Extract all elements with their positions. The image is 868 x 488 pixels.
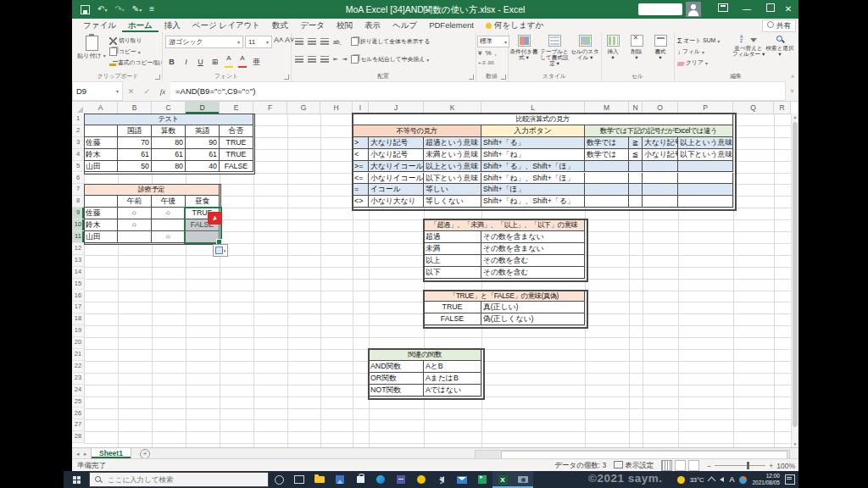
column-header-N[interactable]: N [629, 102, 643, 114]
autosum-button[interactable]: Σオート SUM ▾ [677, 36, 730, 46]
cell-M3[interactable]: 数学では [585, 137, 629, 149]
align-left-icon[interactable] [295, 56, 303, 63]
zoom-slider[interactable] [715, 465, 765, 466]
cell-L4[interactable]: Shift+「ね」 [481, 149, 585, 161]
cell-J3[interactable]: 大なり記号 [369, 137, 424, 149]
cell-J24[interactable]: NOT関数 [369, 385, 424, 396]
cell-B5[interactable]: 50 [118, 161, 152, 173]
share-button[interactable]: 共有 [762, 19, 796, 32]
row-header-26[interactable]: 26 [72, 408, 85, 420]
app-green-button[interactable] [472, 471, 492, 488]
cell-J7[interactable]: イコール [369, 184, 424, 196]
row-header-5[interactable]: 5 [72, 161, 85, 173]
cell-D8[interactable]: 昼食 [186, 196, 220, 208]
cell-B9[interactable]: ○ [118, 208, 152, 219]
cell-L3[interactable]: Shift+「る」 [481, 137, 585, 149]
cell-K10[interactable]: 「超過」、「未満」、「以上」、「以下」の意味 [424, 219, 585, 231]
cell-E5[interactable]: FALSE [220, 161, 253, 173]
row-header-15[interactable]: 15 [72, 279, 85, 291]
cell-L11[interactable]: その数を含まない [481, 231, 585, 243]
tell-me-box[interactable]: 何をしますか [480, 19, 549, 32]
cell-C4[interactable]: 61 [152, 149, 186, 161]
cell-C2[interactable]: 算数 [152, 125, 186, 137]
cell-K24[interactable]: Aではない [424, 385, 481, 396]
row-header-22[interactable]: 22 [72, 361, 85, 373]
zoom-level[interactable]: 100% [776, 462, 795, 470]
expand-formula-bar-icon[interactable]: ˅ [786, 81, 798, 101]
number-format-dropdown[interactable]: 標準▾ [477, 36, 509, 47]
column-header-G[interactable]: G [287, 102, 320, 114]
file-explorer-button[interactable] [309, 471, 330, 488]
percent-button[interactable]: % [485, 49, 491, 57]
cell-B10[interactable]: ○ [118, 219, 152, 231]
cell-I5[interactable]: >= [353, 161, 369, 173]
column-header-O[interactable]: O [643, 102, 678, 114]
cell-K6[interactable]: 以下という意味 [424, 173, 481, 185]
cell-P8[interactable] [678, 196, 733, 208]
column-header-H[interactable]: H [320, 102, 353, 114]
row-header-25[interactable]: 25 [72, 396, 85, 408]
currency-button[interactable]: ¥ [478, 49, 481, 57]
cell-K8[interactable]: 等しくない [424, 196, 481, 208]
start-button[interactable] [64, 471, 89, 488]
tray-expand-icon[interactable] [708, 476, 716, 485]
copy-button[interactable]: コピー ▾ [109, 47, 162, 57]
cell-A11[interactable]: 山田 [84, 231, 118, 243]
cell-L7[interactable]: Shift+「ほ」 [481, 184, 585, 196]
vertical-scrollbar[interactable]: ▲ ▼ [791, 114, 798, 447]
cell-A10[interactable]: 鈴木 [84, 219, 118, 231]
font-dialog-launcher[interactable] [284, 75, 289, 80]
tab-page-layout[interactable]: ページ レイアウト [186, 19, 266, 32]
align-center-icon[interactable] [308, 56, 316, 63]
recorder-button[interactable] [513, 471, 533, 488]
clipboard-dialog-launcher[interactable] [155, 75, 160, 80]
cell-B11[interactable] [118, 231, 152, 243]
merge-center-button[interactable]: セルを結合して中央揃え ▾ [351, 54, 429, 64]
row-header-9[interactable]: 9 [72, 208, 85, 219]
cell-P3[interactable]: 以上という意味 [678, 137, 733, 149]
cell-I3[interactable]: > [353, 137, 369, 149]
cell-M7[interactable] [585, 184, 629, 196]
mail-button[interactable] [452, 471, 472, 488]
cell-J4[interactable]: 小なり記号 [369, 149, 424, 161]
cell-N3[interactable]: ≧ [629, 137, 643, 149]
tab-review[interactable]: 校閲 [331, 19, 359, 32]
column-header-Q[interactable]: Q [733, 102, 774, 114]
cell-L5[interactable]: Shift+「る」、Shift+「ほ」 [481, 161, 585, 173]
column-header-F[interactable]: F [253, 102, 287, 114]
minimize-button[interactable]: — [737, 0, 757, 19]
excel-taskbar-button[interactable]: X [492, 471, 513, 488]
row-header-3[interactable]: 3 [72, 137, 85, 149]
cell-I4[interactable]: < [353, 149, 369, 161]
vertical-scrollbar-thumb[interactable] [793, 122, 798, 427]
cell-K14[interactable]: 以下 [424, 267, 481, 279]
audio-app-button[interactable] [431, 471, 452, 488]
cell-I6[interactable]: <= [353, 173, 369, 185]
cell-D4[interactable]: 61 [186, 149, 220, 161]
tab-data[interactable]: データ [294, 19, 331, 32]
cell-K18[interactable]: FALSE [424, 313, 481, 325]
taskbar-search-input[interactable] [106, 474, 245, 485]
row-header-7[interactable]: 7 [72, 184, 85, 196]
row-header-1[interactable]: 1 [72, 114, 85, 125]
cell-P4[interactable]: 以下という意味 [678, 149, 733, 161]
cell-K11[interactable]: 超過 [424, 231, 481, 243]
column-header-D[interactable]: D [186, 102, 220, 114]
row-header-24[interactable]: 24 [72, 385, 85, 396]
cell-C11[interactable]: ○ [152, 231, 186, 243]
fill-color-button[interactable]: A [225, 54, 233, 69]
cell-A2[interactable] [84, 125, 118, 137]
tray-app-icon[interactable] [739, 476, 747, 484]
cell-B4[interactable]: 61 [118, 149, 152, 161]
name-box[interactable]: D9▾ [72, 81, 123, 101]
cell-O6[interactable] [643, 173, 678, 185]
row-header-20[interactable]: 20 [72, 337, 85, 349]
cell-I1[interactable]: 比較演算式の見方 [353, 114, 733, 125]
cell-B8[interactable]: 午前 [118, 196, 152, 208]
cell-K7[interactable]: 等しい [424, 184, 481, 196]
photos-button[interactable] [330, 471, 350, 488]
taskbar-search[interactable] [89, 472, 269, 487]
view-normal-button[interactable] [661, 460, 672, 471]
column-header-E[interactable]: E [220, 102, 253, 114]
cell-I7[interactable]: = [353, 184, 369, 196]
